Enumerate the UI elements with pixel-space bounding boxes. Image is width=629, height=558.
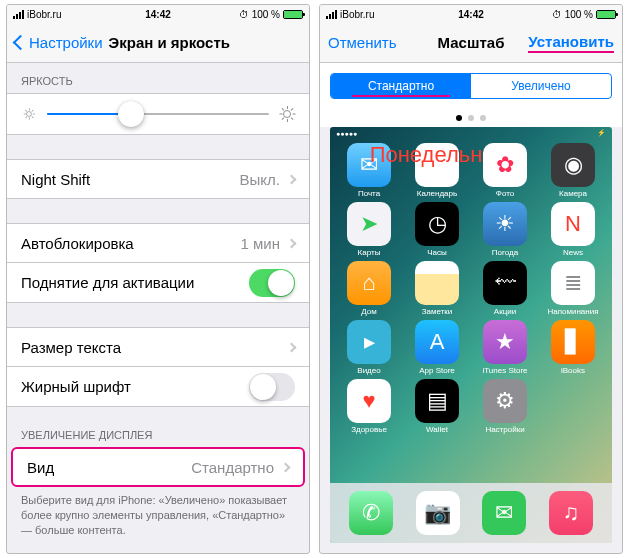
nav-bar: Настройки Экран и яркость [7, 23, 309, 63]
dock-app[interactable]: ✆ [349, 491, 393, 535]
raise-switch[interactable] [249, 269, 295, 297]
autolock-cell[interactable]: Автоблокировка1 мин [7, 223, 309, 263]
segment-zoomed[interactable]: Увеличено [471, 74, 611, 98]
page-title: Масштаб [438, 34, 505, 51]
app-Часы[interactable]: ◷Часы [406, 202, 468, 257]
app-iBooks[interactable]: ▋iBooks [542, 320, 604, 375]
app-App Store[interactable]: AApp Store [406, 320, 468, 375]
segment-standard[interactable]: Стандартно [331, 74, 471, 98]
status-bar: iBobr.ru 14:42 ⏱ 100 % [320, 5, 622, 23]
dock-app[interactable]: 📷 [416, 491, 460, 535]
app-Wallet[interactable]: ▤Wallet [406, 379, 468, 434]
cancel-button[interactable]: Отменить [328, 34, 397, 51]
view-cell[interactable]: ВидСтандартно [11, 447, 305, 487]
status-bar: iBobr.ru 14:42 ⏱ 100 % [7, 5, 309, 23]
app-News[interactable]: NNews [542, 202, 604, 257]
chevron-right-icon [287, 342, 297, 352]
app-Видео[interactable]: ▸Видео [338, 320, 400, 375]
dock-app[interactable]: ✉ [482, 491, 526, 535]
brightness-header: ЯРКОСТЬ [7, 63, 309, 93]
zoom-header: УВЕЛИЧЕНИЕ ДИСПЛЕЯ [7, 407, 309, 447]
bold-text-cell: Жирный шрифт [7, 367, 309, 407]
app-Напоминания[interactable]: ≣Напоминания [542, 261, 604, 316]
sun-min-icon [23, 108, 34, 119]
app-Погода[interactable]: ☀Погода [474, 202, 536, 257]
page-dots [320, 109, 622, 127]
view-footer: Выберите вид для iPhone: «Увеличено» пок… [7, 487, 309, 544]
dock-app[interactable]: ♫ [549, 491, 593, 535]
app-Здоровье[interactable]: ♥Здоровье [338, 379, 400, 434]
home-preview: ●●●●●⚡ ✉ПочтаПонедельник23Календарь✿Фото… [330, 127, 612, 543]
chevron-right-icon [281, 462, 291, 472]
app-Дом[interactable]: ⌂Дом [338, 261, 400, 316]
app-Камера[interactable]: ◉Камера [542, 143, 604, 198]
app-Карты[interactable]: ➤Карты [338, 202, 400, 257]
brightness-slider[interactable] [7, 93, 309, 135]
app-Календарь[interactable]: Понедельник23Календарь [406, 143, 468, 198]
app-Акции[interactable]: ⬳Акции [474, 261, 536, 316]
chevron-right-icon [287, 238, 297, 248]
set-button[interactable]: Установить [528, 33, 614, 53]
app-Фото[interactable]: ✿Фото [474, 143, 536, 198]
phone-zoom: iBobr.ru 14:42 ⏱ 100 % Отменить Масштаб … [319, 4, 623, 554]
night-shift-cell[interactable]: Night ShiftВыкл. [7, 159, 309, 199]
app-iTunes Store[interactable]: ★iTunes Store [474, 320, 536, 375]
app-Настройки[interactable]: ⚙Настройки [474, 379, 536, 434]
app-Заметки[interactable]: Заметки [406, 261, 468, 316]
sun-max-icon [279, 106, 295, 122]
chevron-right-icon [287, 174, 297, 184]
page-title: Экран и яркость [109, 34, 230, 51]
phone-settings: iBobr.ru 14:42 ⏱ 100 % Настройки Экран и… [6, 4, 310, 554]
nav-bar: Отменить Масштаб Установить [320, 23, 622, 63]
bold-switch[interactable] [249, 373, 295, 401]
back-button[interactable]: Настройки [15, 34, 103, 51]
raise-to-wake-cell: Поднятие для активации [7, 263, 309, 303]
text-size-cell[interactable]: Размер текста [7, 327, 309, 367]
zoom-segment: Стандартно Увеличено [330, 73, 612, 99]
